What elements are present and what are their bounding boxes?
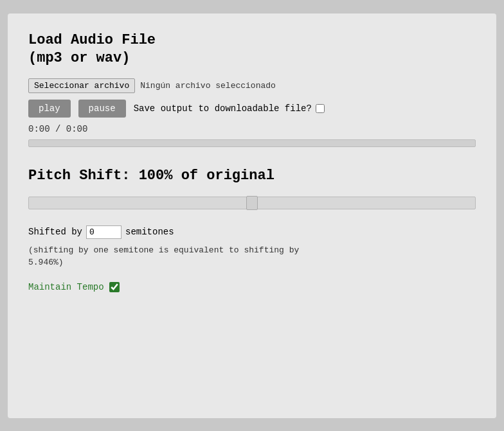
- pitch-section: Pitch Shift: 100% of original Shifted by…: [28, 168, 476, 269]
- pitch-slider[interactable]: [28, 197, 476, 209]
- pitch-slider-container: [28, 197, 476, 213]
- progress-bar: [28, 139, 476, 147]
- save-output-checkbox[interactable]: [316, 104, 325, 113]
- maintain-tempo-checkbox[interactable]: [109, 282, 120, 292]
- pause-button[interactable]: pause: [78, 100, 126, 118]
- semitones-note: (shifting by one semitone is equivalent …: [28, 244, 476, 269]
- semitones-label-post: semitones: [125, 227, 174, 237]
- semitones-input[interactable]: [86, 225, 122, 239]
- controls-row: play pause Save output to downloadable f…: [28, 100, 476, 118]
- maintain-tempo-label: Maintain Tempo: [28, 282, 104, 292]
- file-name-label: Ningún archivo seleccionado: [140, 81, 276, 91]
- load-audio-title: Load Audio File (mp3 or wav): [28, 31, 476, 68]
- save-output-label: Save output to downloadable file?: [134, 103, 325, 114]
- file-select-row: Seleccionar archivo Ningún archivo selec…: [28, 78, 476, 93]
- semitones-label-pre: Shifted by: [28, 227, 82, 237]
- time-display: 0:00 / 0:00: [28, 124, 476, 134]
- semitones-row: Shifted by semitones: [28, 225, 476, 239]
- play-button[interactable]: play: [28, 100, 71, 118]
- select-file-button[interactable]: Seleccionar archivo: [28, 78, 135, 93]
- maintain-tempo-row: Maintain Tempo: [28, 282, 476, 292]
- main-container: Load Audio File (mp3 or wav) Seleccionar…: [8, 13, 496, 418]
- pitch-title: Pitch Shift: 100% of original: [28, 168, 476, 184]
